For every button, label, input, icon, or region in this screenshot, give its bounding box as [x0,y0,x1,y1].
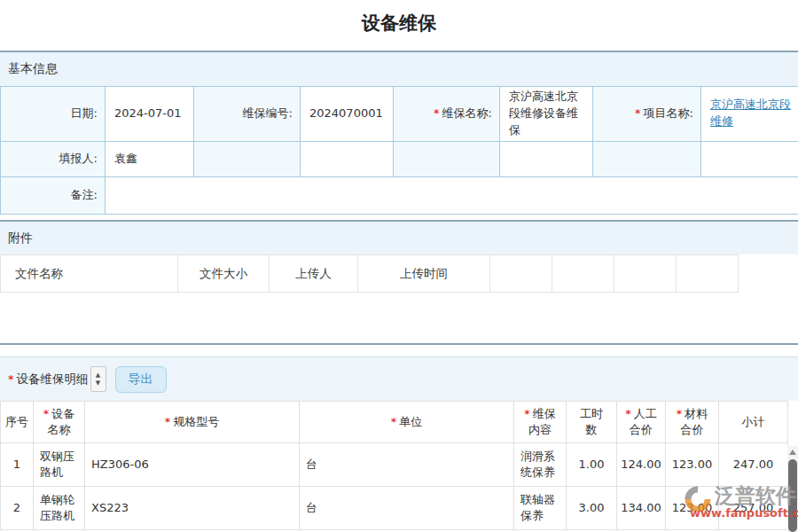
detail-row-2: 2 单钢轮压路机 XS223 台 联轴器保养 3.00 134.00 123.0… [1,487,788,530]
sort-down-icon: ▼ [96,379,100,387]
col-file-name: 文件名称 [1,255,178,293]
empty-label-cell [394,141,500,176]
section-divider [0,343,798,345]
equipment-maintenance-page: 设备维保 基本信息 日期: 2024-07-01 维保编号: 202407000… [0,0,798,532]
col-material-total: *材料 合价 [666,402,719,443]
cell-work-hours: 1.00 [567,443,617,487]
scrollbar-thumb[interactable] [788,459,797,532]
cell-subtotal: 257.00 [719,487,788,530]
section-detail-bar: * 设备维保明细 ▲ ▼ 导出 [0,356,798,401]
empty-label-cell [194,141,301,176]
cell-material-total: 123.00 [666,487,719,530]
sort-up-icon: ▲ [96,372,100,379]
col-unit: *单位 [300,402,514,443]
col-labor-total: *人工 合价 [617,402,666,443]
cell-seq: 2 [1,487,34,530]
project-name-cell: 京沪高速北京段维修 [701,87,798,142]
required-icon: * [43,407,50,420]
cell-work-hours: 3.00 [567,487,617,530]
cell-equipment-name: 单钢轮压路机 [34,487,85,530]
section-basic-info-title: 基本信息 [8,61,58,77]
cell-unit: 台 [300,443,514,487]
col-maintenance-content: *维保 内容 [514,402,567,443]
maintenance-name-value: 京沪高速北京段维修设备维保 [500,87,593,142]
maintenance-name-label: *维保名称: [394,87,500,142]
scroll-up-icon[interactable] [789,450,796,455]
required-icon: * [8,372,14,386]
empty-value-cell [701,141,798,176]
section-basic-info-bar: 基本信息 [0,51,798,86]
empty-label-cell [593,141,701,176]
cell-spec-model: HZ306-06 [85,443,300,487]
date-value: 2024-07-01 [106,87,194,142]
cell-subtotal: 247.00 [719,443,788,487]
col-empty [552,255,614,293]
cell-material-total: 123.00 [666,443,719,487]
section-attachments-bar: 附件 [0,220,798,254]
cell-seq: 1 [1,443,34,487]
date-label: 日期: [1,87,106,142]
maintenance-code-value: 2024070001 [301,87,394,142]
cell-maintenance-content: 润滑系统保养 [514,443,567,487]
project-name-link[interactable]: 京沪高速北京段维修 [710,98,791,128]
project-name-label: *项目名称: [593,87,701,142]
reporter-label: 填报人: [1,141,106,176]
col-uploader: 上传人 [270,255,358,293]
col-seq: 序号 [1,402,34,443]
required-icon: * [625,407,631,420]
attachments-header-row: 文件名称 文件大小 上传人 上传时间 [1,255,739,293]
empty-value-cell [301,141,394,176]
col-empty [490,255,552,293]
col-file-size: 文件大小 [178,255,270,293]
detail-scrollbar[interactable] [787,446,798,532]
col-upload-time: 上传时间 [358,255,490,293]
cell-maintenance-content: 联轴器保养 [514,487,567,530]
maintenance-code-label: 维保编号: [194,87,301,142]
form-row-3: 备注: [1,176,798,214]
export-button[interactable]: 导出 [115,366,167,393]
cell-equipment-name: 双钢压路机 [34,443,85,487]
page-title: 设备维保 [0,11,798,35]
required-icon: * [391,415,397,428]
col-empty [677,255,739,293]
col-equipment-name: *设备 名称 [34,402,85,443]
cell-spec-model: XS223 [85,487,300,530]
col-empty [614,255,677,293]
basic-info-table: 日期: 2024-07-01 维保编号: 2024070001 *维保名称: 京… [0,86,798,215]
form-row-1: 日期: 2024-07-01 维保编号: 2024070001 *维保名称: 京… [1,87,798,142]
required-icon: * [524,407,530,420]
required-icon: * [434,106,440,120]
required-icon: * [677,407,683,420]
col-subtotal: 小计 [719,402,788,443]
section-attachments-title: 附件 [8,231,33,246]
required-icon: * [165,415,171,428]
attachments-table: 文件名称 文件大小 上传人 上传时间 [0,254,739,293]
required-icon: * [635,106,641,120]
form-row-2: 填报人: 袁鑫 [1,141,798,176]
detail-header-row: 序号 *设备 名称 *规格型号 *单位 *维保 内容 工时 数 *人工 合价 *… [1,402,788,443]
empty-value-cell [500,141,593,176]
detail-table: 序号 *设备 名称 *规格型号 *单位 *维保 内容 工时 数 *人工 合价 *… [0,401,788,530]
col-work-hours: 工时 数 [567,402,617,443]
cell-unit: 台 [300,487,514,530]
cell-labor-total: 134.00 [617,487,666,530]
section-detail-title: 设备维保明细 [17,372,89,387]
reporter-value: 袁鑫 [106,141,194,176]
remark-value [106,176,798,214]
remark-label: 备注: [1,176,106,214]
detail-row-1: 1 双钢压路机 HZ306-06 台 润滑系统保养 1.00 124.00 12… [1,443,788,487]
cell-labor-total: 124.00 [617,443,666,487]
sort-spinner[interactable]: ▲ ▼ [90,366,106,392]
col-spec-model: *规格型号 [85,402,300,443]
